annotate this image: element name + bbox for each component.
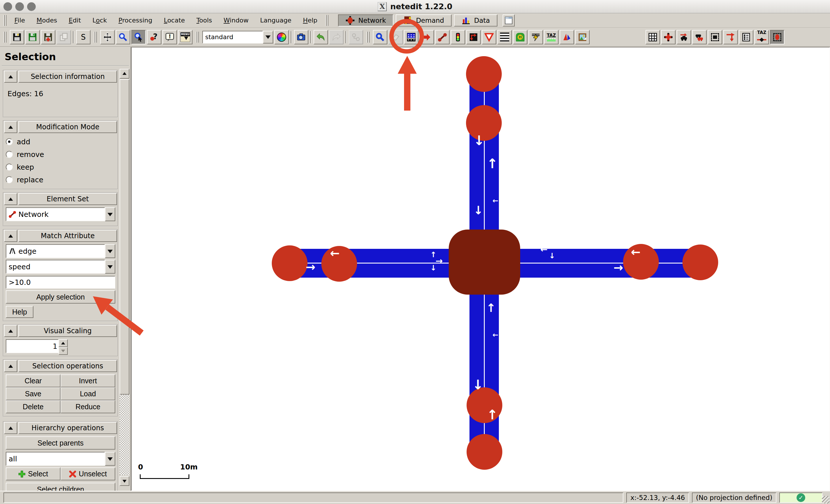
junction-node[interactable] (272, 245, 308, 281)
additional-mode-button[interactable] (466, 30, 481, 44)
menu-modes[interactable]: Modes (31, 13, 63, 27)
invert-button[interactable]: Invert (61, 374, 115, 388)
combo-dropdown-button[interactable] (105, 260, 115, 274)
sidebar-scrollbar[interactable] (120, 69, 129, 486)
radio-replace[interactable]: replace (6, 173, 115, 186)
collapse-button[interactable] (4, 325, 17, 337)
load-selection-button[interactable]: Load (61, 388, 115, 400)
inspect-mode-button[interactable] (131, 30, 146, 44)
scroll-down-button[interactable] (120, 476, 129, 486)
scroll-up-button[interactable] (120, 69, 129, 79)
delete-selection-button[interactable]: Delete (6, 400, 61, 413)
form-button[interactable] (739, 30, 753, 44)
group-title[interactable]: Modification Mode (19, 121, 117, 133)
context-help-button[interactable]: ? (147, 30, 161, 44)
reduce-button[interactable]: Reduce (61, 400, 115, 413)
group-title[interactable]: Hierarchy operations (19, 422, 117, 434)
save-extra-button[interactable] (41, 30, 55, 44)
scrollbar-track[interactable] (120, 395, 129, 475)
toolbar-grip[interactable] (366, 32, 370, 43)
traffic-light-mode-button[interactable] (451, 30, 465, 44)
shape-mode-button[interactable] (560, 30, 574, 44)
scale-spinner[interactable]: 1 (6, 339, 68, 353)
save-network-button[interactable] (10, 30, 24, 44)
screenshot-button[interactable] (294, 30, 308, 44)
taz-lock-button[interactable]: TAZ (755, 30, 769, 44)
element-type-combo[interactable]: edge (6, 244, 115, 258)
junction-lock-button[interactable] (661, 30, 675, 44)
select-parents-button[interactable]: Select parents (6, 436, 115, 449)
element-set-combo[interactable]: Network (6, 207, 115, 221)
spin-down-button[interactable] (59, 347, 68, 355)
menu-language[interactable]: Language (254, 13, 297, 27)
collapse-button[interactable] (4, 360, 17, 372)
save-plain-button[interactable] (25, 30, 40, 44)
match-value-input[interactable] (6, 276, 115, 289)
tooltip-button[interactable]: ! (163, 30, 177, 44)
combo-dropdown-button[interactable] (263, 31, 273, 43)
menu-lock[interactable]: Lock (87, 13, 113, 27)
route-lock-button[interactable] (723, 30, 738, 44)
menu-file[interactable]: File (9, 13, 31, 27)
taz-mode-button[interactable]: TAZ (544, 30, 558, 44)
network-canvas[interactable]: ↓ ↑ → ← ↓ ← → ↑ ↓ → ↑ ↓ ← ← → ↑ → ← ↓ ↑ … (131, 47, 830, 491)
save-selection-button[interactable]: Save (6, 388, 61, 400)
selection-lock-button[interactable] (708, 30, 722, 44)
toolbar-grip[interactable] (94, 32, 97, 43)
group-title[interactable]: Element Set (19, 193, 117, 205)
copy-button[interactable] (57, 30, 71, 44)
collapse-button[interactable] (4, 422, 17, 434)
grid-button[interactable] (645, 30, 660, 44)
s-button[interactable]: S (76, 30, 91, 44)
toolbar-grip[interactable] (3, 32, 6, 43)
radio-keep[interactable]: keep (6, 161, 115, 173)
color-scheme-combo[interactable]: standard (202, 31, 273, 43)
menu-edit[interactable]: Edit (63, 13, 87, 27)
center-junction[interactable] (449, 230, 520, 295)
clear-button[interactable]: Clear (6, 374, 61, 388)
edge-lock-button[interactable] (677, 30, 691, 44)
toolbar-grip[interactable] (325, 15, 328, 26)
group-title[interactable]: Selection information (19, 71, 117, 83)
collapse-button[interactable] (4, 121, 17, 133)
combo-dropdown-button[interactable] (105, 244, 115, 258)
select-button[interactable]: Select (6, 467, 61, 480)
decal-mode-button[interactable] (575, 30, 589, 44)
collapse-button[interactable] (4, 193, 17, 205)
edit-coloring-button[interactable] (274, 30, 289, 44)
connection-mode-button[interactable] (435, 30, 450, 44)
group-title[interactable]: Visual Scaling (19, 325, 117, 337)
busstop-mode-button[interactable]: H (513, 30, 528, 44)
scrollbar-thumb[interactable] (120, 79, 129, 395)
toolbar-grip[interactable] (3, 15, 6, 26)
collapse-button[interactable] (4, 230, 17, 242)
undo-button[interactable] (314, 30, 328, 44)
group-title[interactable]: Selection operations (19, 360, 117, 372)
toolbar-grip[interactable] (196, 32, 199, 43)
compute-path-button[interactable] (349, 30, 363, 44)
menu-tools[interactable]: Tools (191, 13, 218, 27)
window-resize-grip[interactable] (822, 496, 829, 503)
select-children-button[interactable]: Select children (6, 483, 115, 491)
radio-remove[interactable]: remove (6, 148, 115, 161)
zoom-button[interactable] (116, 30, 130, 44)
wire-mode-button[interactable] (529, 30, 543, 44)
vehicle-lock-button[interactable] (692, 30, 707, 44)
spin-up-button[interactable] (59, 339, 68, 347)
tab-network[interactable]: Network (338, 14, 393, 27)
junction-node[interactable] (623, 244, 659, 280)
combo-dropdown-button[interactable] (105, 452, 115, 466)
window-layout-button[interactable] (503, 14, 515, 27)
tab-data[interactable]: Data (454, 14, 498, 27)
unselect-button[interactable]: Unselect (61, 467, 115, 480)
junction-node[interactable] (467, 434, 502, 470)
combo-dropdown-button[interactable] (105, 207, 115, 221)
menu-hint-button[interactable]: MENU (178, 30, 193, 44)
junction-node[interactable] (466, 56, 502, 92)
menu-help[interactable]: Help (297, 13, 323, 27)
menu-locate[interactable]: Locate (158, 13, 191, 27)
find-button[interactable] (373, 30, 387, 44)
redo-button[interactable] (329, 30, 344, 44)
attribute-combo[interactable]: speed (6, 260, 115, 274)
group-title[interactable]: Match Attribute (19, 230, 117, 242)
